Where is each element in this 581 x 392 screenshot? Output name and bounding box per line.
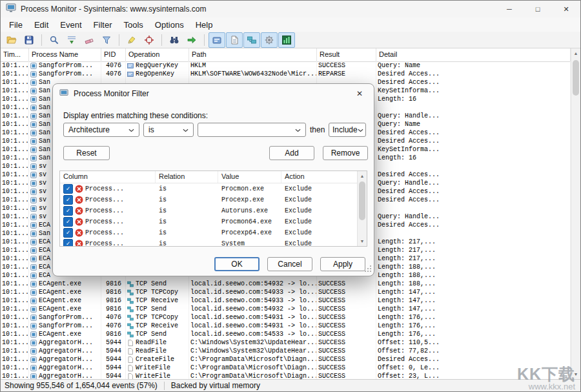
table-row[interactable]: 10:1...SangforProm...4076RegOpenKeyHKLM\…: [1, 70, 571, 78]
column-dropdown[interactable]: Architecture: [63, 123, 139, 137]
filter-checkbox[interactable]: ✓: [63, 195, 73, 205]
scrollbar-thumb[interactable]: [573, 60, 579, 96]
filter-checkbox[interactable]: ✓: [63, 206, 73, 216]
capture-icon: [49, 35, 59, 45]
add-button[interactable]: Add: [269, 146, 314, 160]
filter-column-header-column[interactable]: Column: [60, 171, 156, 183]
filter-column-header-relation[interactable]: Relation: [156, 171, 218, 183]
exclude-icon: [75, 218, 83, 226]
toolbar-jump-to-button[interactable]: [183, 32, 200, 48]
toolbar-find-button[interactable]: [166, 32, 183, 48]
filter-rule-row[interactable]: ✓Process...isSystemExclude: [60, 238, 367, 247]
menu-edit[interactable]: Edit: [28, 19, 54, 31]
toolbar-show-registry-button[interactable]: [209, 32, 225, 48]
toolbar-show-filesystem-button[interactable]: [226, 32, 243, 48]
filter-rule-row[interactable]: ✓Process...isProcmon64.exeExclude: [60, 216, 367, 227]
vertical-scrollbar[interactable]: ▲ ▼: [571, 48, 580, 379]
maximize-button[interactable]: □: [524, 1, 552, 17]
table-row[interactable]: 10:1...ECAgent.exe9816TCP TCPCopylocal.i…: [1, 288, 571, 296]
value-combobox[interactable]: [198, 123, 306, 137]
process-name-text: ECA: [39, 238, 50, 246]
cell-time: 10:1...: [1, 154, 29, 162]
filter-rule-row[interactable]: ✓Process...isAutoruns.exeExclude: [60, 205, 367, 216]
menu-tools[interactable]: Tools: [118, 19, 149, 31]
toolbar-capture-button[interactable]: [46, 32, 63, 48]
resize-grip-icon[interactable]: [365, 265, 372, 274]
action-dropdown[interactable]: Include: [329, 123, 366, 137]
filter-checkbox[interactable]: ✓: [63, 184, 73, 194]
cell-detail: Desired Acces...: [376, 355, 571, 364]
table-row[interactable]: 10:1...AggregatorH...5944WriteFileC:\Pro…: [1, 372, 571, 379]
filter-column-header-value[interactable]: Value: [218, 171, 281, 183]
dialog-title-bar[interactable]: Process Monitor Filter ✕: [53, 84, 374, 103]
remove-button[interactable]: Remove: [323, 146, 368, 160]
dialog-close-button[interactable]: ✕: [345, 84, 374, 103]
filter-rule-row[interactable]: ✓Process...isProcexp.exeExclude: [60, 194, 367, 205]
toolbar-open-button[interactable]: [3, 32, 20, 48]
reset-button[interactable]: Reset: [63, 146, 110, 160]
cell-operation: TCP Send: [126, 305, 189, 313]
apply-button[interactable]: Apply: [320, 257, 365, 271]
operation-text: RegOpenKey: [136, 70, 174, 78]
table-row[interactable]: 10:1...ECAgent.exe9816TCP Sendlocal.id.s…: [1, 330, 571, 338]
column-header-path[interactable]: Path: [189, 48, 317, 61]
table-row[interactable]: 10:1...ECAgent.exe9816TCP Sendlocal.id.s…: [1, 305, 571, 313]
close-button[interactable]: ✕: [552, 1, 580, 17]
cell-operation: RegOpenKey: [126, 70, 189, 78]
table-row[interactable]: 10:1...AggregatorH...5944ReadFileC:\Wind…: [1, 347, 571, 355]
column-header-result[interactable]: Result: [317, 48, 376, 61]
scroll-down-icon[interactable]: ▼: [358, 236, 367, 246]
cell-time: 10:1...: [1, 112, 29, 120]
relation-dropdown[interactable]: is: [143, 123, 194, 137]
toolbar-highlight-button[interactable]: [123, 32, 140, 48]
cell-detail: Query: Name: [376, 61, 571, 70]
toolbar-filter-button[interactable]: [98, 32, 115, 48]
scroll-up-icon[interactable]: ▲: [358, 171, 367, 181]
toolbar-show-process-button[interactable]: [261, 32, 278, 48]
column-header-pid[interactable]: PID: [101, 48, 126, 61]
table-row[interactable]: 10:1...SangforProm...4076TCP TCPCopyloca…: [1, 313, 571, 322]
menu-event[interactable]: Event: [54, 19, 87, 31]
filter-column-header-action[interactable]: Action: [281, 171, 358, 183]
column-header-operation[interactable]: Operation: [126, 48, 189, 61]
filter-list-scrollbar[interactable]: ▲ ▼: [357, 171, 367, 246]
table-row[interactable]: 10:1...AggregatorH...5944WriteFileC:\Pro…: [1, 364, 571, 372]
cell-detail: Length: 217,...: [376, 246, 571, 254]
toolbar-show-profiling-button[interactable]: [278, 32, 295, 48]
table-row[interactable]: 10:1...AggregatorH...5944ReadFileC:\Wind…: [1, 338, 571, 347]
toolbar-save-button[interactable]: [21, 32, 37, 48]
column-header-process-name[interactable]: Process Name: [29, 48, 101, 61]
table-row[interactable]: 10:1...ECAgent.exe9816TCP Receivelocal.i…: [1, 296, 571, 305]
cell-time: 10:1...: [1, 95, 29, 103]
table-row[interactable]: 10:1...SangforProm...4076TCP Receiveloca…: [1, 322, 571, 330]
table-row[interactable]: 10:1...ECAgent.exe9816TCP Sendlocal.id.s…: [1, 280, 571, 288]
filter-checkbox[interactable]: ✓: [63, 239, 73, 247]
column-header-tim[interactable]: Tim...: [1, 48, 29, 61]
table-row[interactable]: 10:1...AggregatorH...5944CreateFileC:\Pr…: [1, 355, 571, 364]
cancel-button[interactable]: Cancel: [267, 257, 312, 271]
scroll-up-icon[interactable]: ▲: [571, 48, 580, 58]
toolbar-include-process-button[interactable]: [141, 32, 158, 48]
filter-rule-row[interactable]: ✓Process...isProcexp64.exeExclude: [60, 227, 367, 238]
filter-checkbox[interactable]: ✓: [63, 217, 73, 227]
menu-help[interactable]: Help: [190, 19, 219, 31]
toolbar-show-network-button[interactable]: [243, 32, 260, 48]
menu-filter[interactable]: Filter: [88, 19, 118, 31]
filter-icon: [101, 35, 112, 45]
table-row[interactable]: 10:1...SangforProm...4076RegQueryKeyHKLM…: [1, 61, 571, 70]
toolbar-autoscroll-button[interactable]: [63, 32, 80, 48]
scrollbar-thumb[interactable]: [359, 181, 365, 220]
minimize-button[interactable]: ─: [495, 1, 524, 17]
filter-cell-value: Procexp64.exe: [218, 229, 281, 236]
cell-path: local.id.seewo.com:54933 -> lo...: [189, 288, 317, 296]
title-bar[interactable]: Process Monitor - Sysinternals: www.sysi…: [1, 1, 580, 17]
ok-button[interactable]: OK: [214, 257, 260, 271]
filter-checkbox[interactable]: ✓: [63, 228, 73, 238]
menu-options[interactable]: Options: [149, 19, 190, 31]
filter-cell-action: Exclude: [281, 240, 358, 247]
scroll-down-icon[interactable]: ▼: [571, 369, 580, 379]
filter-rule-row[interactable]: ✓Process...isProcmon.exeExclude: [60, 183, 367, 194]
column-header-detail[interactable]: Detail: [376, 48, 571, 61]
menu-file[interactable]: File: [3, 19, 28, 31]
toolbar-clear-button[interactable]: [81, 32, 97, 48]
